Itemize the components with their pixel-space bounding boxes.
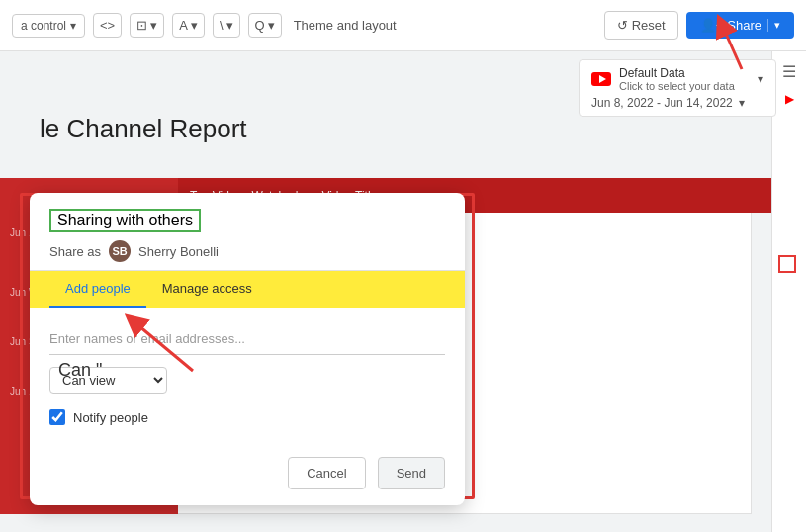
email-input[interactable] (49, 323, 445, 355)
share-as-label: Share as (49, 244, 101, 259)
chevron-icon3: ▾ (226, 18, 233, 33)
tab-add-people[interactable]: Add people (49, 271, 146, 308)
sharing-modal: Sharing with others Share as SB Sherry B… (30, 193, 465, 505)
sidebar-panel-icon[interactable]: ☰ (779, 61, 799, 81)
image-icon-btn[interactable]: ⊡ ▾ (130, 13, 164, 38)
text-icon-btn[interactable]: A ▾ (172, 13, 205, 38)
modal-footer: Cancel Send (30, 457, 465, 489)
datasource-title: Default Data (619, 66, 735, 80)
send-label: Send (397, 466, 426, 481)
code-icon: <> (100, 18, 115, 33)
share-button[interactable]: 👤+ Share ▾ (686, 12, 794, 39)
toolbar: a control ▾ <> ⊡ ▾ A ▾ \ ▾ Q ▾ Theme and… (0, 0, 806, 51)
reset-label: Reset (632, 18, 666, 33)
modal-header: Sharing with others Share as SB Sherry B… (30, 193, 465, 271)
avatar-initial: SB (112, 245, 127, 257)
chevron-icon2: ▾ (191, 18, 198, 33)
sidebar-right: ☰ ▶ (771, 51, 806, 532)
modal-title: Sharing with others (57, 212, 193, 228)
theme-layout-label[interactable]: Theme and layout (294, 18, 397, 33)
shape-icon: \ (220, 18, 224, 33)
datasource-top: Default Data Click to select your data ▾ (591, 66, 763, 92)
date-range[interactable]: Jun 8, 2022 - Jun 14, 2022 ▾ (591, 96, 745, 110)
toolbar-left: a control ▾ <> ⊡ ▾ A ▾ \ ▾ Q ▾ Theme and… (12, 13, 604, 38)
datasource-bar[interactable]: Default Data Click to select your data ▾… (579, 59, 776, 117)
share-label: Share (727, 18, 761, 33)
modal-body: Can view Can edit Can comment Notify peo… (30, 308, 465, 441)
control-label: a control (21, 19, 66, 33)
datasource-subtitle: Click to select your data (619, 80, 735, 92)
text-icon: A (179, 18, 188, 33)
map-icon: Q (255, 18, 265, 33)
control-dropdown[interactable]: a control ▾ (12, 14, 85, 38)
access-select[interactable]: Can view Can edit Can comment (49, 367, 167, 394)
cancel-label: Cancel (307, 466, 346, 481)
reset-icon: ↺ (617, 18, 628, 33)
notify-label: Notify people (73, 410, 148, 425)
avatar: SB (109, 240, 131, 262)
reset-button[interactable]: ↺ Reset (604, 11, 678, 40)
image-icon: ⊡ (136, 18, 147, 33)
date-chevron-icon: ▾ (739, 96, 745, 110)
modal-tabs: Add people Manage access (30, 271, 465, 308)
notify-checkbox[interactable] (49, 409, 65, 425)
shape-icon-btn[interactable]: \ ▾ (213, 13, 240, 38)
chevron-icon4: ▾ (268, 18, 275, 33)
access-row: Can view Can edit Can comment (49, 367, 445, 394)
tab-add-people-label: Add people (65, 281, 131, 296)
map-icon-btn[interactable]: Q ▾ (248, 13, 282, 38)
share-chevron-icon: ▾ (767, 19, 780, 32)
chevron-icon: ▾ (150, 18, 157, 33)
person-add-icon: 👤+ (700, 18, 724, 33)
modal-title-box: Sharing with others (49, 209, 201, 232)
send-button[interactable]: Send (378, 457, 445, 489)
notify-row: Notify people (49, 409, 445, 425)
code-icon-btn[interactable]: <> (93, 13, 122, 38)
user-name: Sherry Bonelli (138, 244, 219, 259)
chevron-down-icon: ▾ (70, 19, 76, 33)
share-as-row: Share as SB Sherry Bonelli (49, 240, 445, 262)
cancel-button[interactable]: Cancel (288, 457, 365, 489)
report-title: le Channel Report (40, 114, 247, 144)
tab-manage-access[interactable]: Manage access (146, 271, 268, 308)
sidebar-youtube-icon[interactable]: ▶ (779, 89, 799, 109)
date-range-value: Jun 8, 2022 - Jun 14, 2022 (591, 96, 733, 110)
datasource-chevron-icon: ▾ (758, 72, 763, 86)
tab-manage-access-label: Manage access (162, 281, 252, 296)
youtube-icon (591, 72, 611, 86)
toolbar-right: ↺ Reset 👤+ Share ▾ (604, 11, 794, 40)
